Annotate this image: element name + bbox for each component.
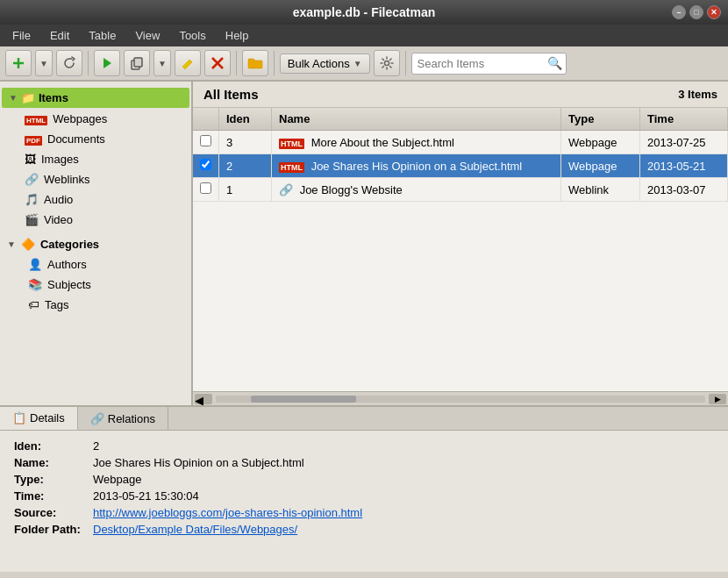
col-header-time[interactable]: Time [640, 108, 728, 131]
folderpath-label: Folder Path: [14, 523, 93, 536]
menu-view[interactable]: View [126, 26, 168, 45]
minimize-button[interactable]: – [672, 5, 686, 19]
authors-label: Authors [47, 258, 87, 271]
bulk-actions-label: Bulk Actions [288, 57, 350, 70]
source-link[interactable]: http://www.joebloggs.com/joe-shares-his-… [93, 506, 714, 519]
sidebar-item-authors[interactable]: 👤 Authors [0, 254, 191, 275]
folderpath-link[interactable]: Desktop/Example Data/Files/Webpages/ [93, 523, 714, 536]
horizontal-scrollbar[interactable]: ◀ ▶ [193, 391, 728, 405]
search-input[interactable] [416, 54, 547, 74]
table-header: Iden Name Type Time [193, 108, 728, 131]
scrollbar-track[interactable] [216, 396, 705, 403]
folder-button[interactable] [242, 50, 268, 76]
menu-tools[interactable]: Tools [170, 26, 214, 45]
play-button[interactable] [94, 50, 120, 76]
row-checkbox-cell [193, 131, 219, 154]
items-section: ▼ 📁 Items HTML Webpages PDF Documents 🖼 … [0, 85, 191, 232]
time-value: 2013-05-21 15:30:04 [93, 489, 714, 503]
row-checkbox-cell [193, 178, 219, 202]
table-row[interactable]: 1 🔗 Joe Blogg's Website Weblink 2013-03-… [193, 178, 728, 202]
tab-bar: 📋 Details 🔗 Relations [0, 407, 728, 431]
col-header-iden[interactable]: Iden [219, 108, 272, 131]
row-checkbox[interactable] [200, 135, 211, 146]
categories-label: Categories [40, 238, 99, 251]
relations-icon: 🔗 [90, 412, 104, 425]
row-name-text: Joe Shares His Opinion on a Subject.html [311, 160, 523, 173]
items-table: Iden Name Type Time 3 HTML More About th… [193, 108, 728, 391]
details-icon: 📋 [12, 411, 26, 425]
row-time: 2013-05-21 [640, 154, 728, 178]
iden-value: 2 [93, 439, 714, 453]
row-name-text: More About the Subject.html [311, 136, 454, 149]
col-header-name[interactable]: Name [272, 108, 561, 131]
audio-label: Audio [44, 193, 73, 206]
toolbar-separator-3 [274, 51, 275, 75]
categories-icon: 🔶 [21, 238, 35, 251]
table-body: 3 HTML More About the Subject.html Webpa… [193, 131, 728, 202]
menu-table[interactable]: Table [80, 26, 125, 45]
weblinks-label: Weblinks [44, 173, 90, 186]
sidebar: ▼ 📁 Items HTML Webpages PDF Documents 🖼 … [0, 82, 193, 405]
sidebar-item-items[interactable]: ▼ 📁 Items [2, 88, 189, 108]
tab-details[interactable]: 📋 Details [0, 407, 78, 430]
relations-tab-label: Relations [108, 412, 155, 425]
bulk-actions-chevron: ▼ [353, 59, 362, 68]
row-type: Weblink [561, 178, 640, 202]
table: Iden Name Type Time 3 HTML More About th… [193, 108, 728, 202]
tags-icon: 🏷 [28, 298, 39, 311]
copy-dropdown-button[interactable]: ▼ [153, 50, 171, 76]
menu-edit[interactable]: Edit [41, 26, 78, 45]
type-label: Type: [14, 473, 93, 486]
refresh-button[interactable] [56, 50, 82, 76]
maximize-button[interactable]: □ [689, 5, 703, 19]
items-label: Items [39, 91, 68, 104]
svg-marker-2 [103, 58, 111, 68]
html-icon: HTML [25, 112, 47, 125]
row-type: Webpage [561, 154, 640, 178]
gear-button[interactable] [374, 50, 400, 76]
sidebar-item-audio[interactable]: 🎵 Audio [0, 189, 191, 210]
scrollbar-thumb[interactable] [251, 396, 356, 403]
table-row[interactable]: 3 HTML More About the Subject.html Webpa… [193, 131, 728, 154]
sidebar-item-webpages[interactable]: HTML Webpages [0, 109, 191, 129]
sidebar-item-tags[interactable]: 🏷 Tags [0, 295, 191, 315]
row-iden: 1 [219, 178, 272, 202]
add-button[interactable] [5, 50, 32, 76]
sidebar-item-documents[interactable]: PDF Documents [0, 129, 191, 149]
sidebar-item-categories[interactable]: ▼ 🔶 Categories [0, 233, 191, 254]
file-icon-link: 🔗 [279, 183, 293, 196]
close-button[interactable]: ✕ [707, 5, 721, 19]
sidebar-item-weblinks[interactable]: 🔗 Weblinks [0, 169, 191, 189]
images-label: Images [41, 153, 79, 166]
audio-icon: 🎵 [25, 193, 39, 206]
bulk-actions-button[interactable]: Bulk Actions ▼ [280, 54, 370, 74]
items-chevron: ▼ [9, 93, 18, 103]
delete-button[interactable] [204, 50, 231, 76]
image-icon: 🖼 [25, 153, 36, 166]
col-header-type[interactable]: Type [561, 108, 640, 131]
toolbar-separator-4 [405, 51, 406, 75]
row-time: 2013-03-07 [640, 178, 728, 202]
sidebar-item-video[interactable]: 🎬 Video [0, 210, 191, 230]
video-label: Video [44, 213, 73, 226]
sidebar-item-subjects[interactable]: 📚 Subjects [0, 275, 191, 295]
sidebar-item-images[interactable]: 🖼 Images [0, 149, 191, 169]
menu-help[interactable]: Help [217, 26, 258, 45]
col-header-check [193, 108, 219, 131]
menu-file[interactable]: File [4, 26, 39, 45]
toolbar-separator-1 [88, 51, 89, 75]
copy-button[interactable] [124, 50, 150, 76]
bottom-panel: 📋 Details 🔗 Relations Iden: 2 Name: Joe … [0, 405, 728, 572]
tab-relations[interactable]: 🔗 Relations [78, 407, 168, 430]
table-row[interactable]: 2 HTML Joe Shares His Opinion on a Subje… [193, 154, 728, 178]
scroll-right-btn[interactable]: ▶ [709, 394, 726, 404]
time-label: Time: [14, 489, 93, 503]
row-checkbox[interactable] [200, 182, 211, 194]
add-dropdown-button[interactable]: ▼ [35, 50, 53, 76]
categories-section: ▼ 🔶 Categories 👤 Authors 📚 Subjects 🏷 Ta… [0, 232, 191, 317]
file-icon-html: HTML [279, 139, 304, 149]
edit-button[interactable] [175, 50, 201, 76]
row-checkbox[interactable] [200, 159, 211, 170]
row-iden: 3 [219, 131, 272, 154]
scroll-left-btn[interactable]: ◀ [195, 394, 212, 404]
